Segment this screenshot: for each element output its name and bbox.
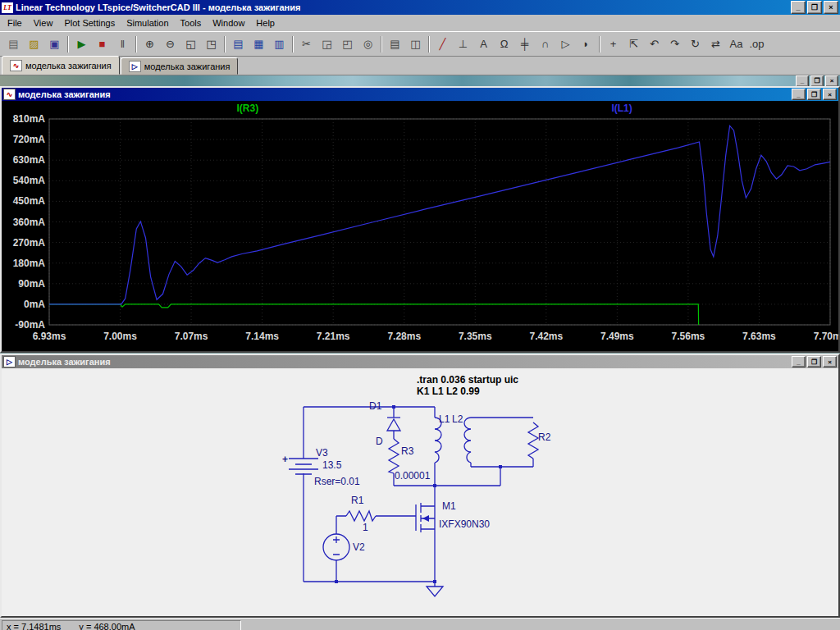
app-title: Linear Technology LTspice/SwitcherCAD II… (16, 2, 789, 12)
grid-icon[interactable]: ▦ (249, 34, 269, 54)
minimize-button[interactable]: _ (792, 356, 806, 368)
menu-tools[interactable]: Tools (175, 16, 208, 30)
battery-v3[interactable] (289, 459, 318, 474)
trace-ir3 (49, 304, 830, 351)
x-tick-label: 7.35ms (459, 331, 492, 342)
app-titlebar[interactable]: LT Linear Technology LTspice/SwitcherCAD… (0, 0, 840, 15)
zoom-out-icon[interactable]: ⊖ (160, 34, 180, 54)
cut-icon[interactable]: ✂ (296, 34, 317, 54)
maximize-button[interactable]: ❐ (810, 75, 824, 87)
app-window: LT Linear Technology LTspice/SwitcherCAD… (0, 0, 840, 630)
rotate-icon[interactable]: ↻ (685, 34, 705, 54)
toolbar-separator (381, 36, 382, 52)
mosfet-m1[interactable] (416, 503, 435, 532)
menu-file[interactable]: File (2, 16, 28, 30)
close-button[interactable]: × (823, 356, 837, 368)
schematic-canvas[interactable]: .tran 0.036 startup uicK1 L1 L2 0.99D1DR… (2, 368, 838, 616)
capacitor-icon[interactable]: ╪ (514, 34, 535, 54)
copy-icon[interactable]: ◲ (317, 34, 337, 54)
close-button[interactable]: × (824, 1, 838, 14)
x-tick-label: 7.14ms (245, 331, 279, 342)
schematic-label: 1 (363, 522, 368, 533)
minimize-button[interactable]: _ (792, 89, 806, 100)
toolbar-separator (599, 36, 600, 52)
maximize-button[interactable]: ❐ (807, 356, 821, 368)
zoom-in-icon[interactable]: ⊕ (139, 34, 160, 54)
diode-d1[interactable] (387, 418, 400, 431)
open-folder-icon[interactable]: ▨ (24, 34, 44, 54)
ground-icon[interactable]: ⊥ (453, 34, 473, 54)
new-schematic-icon[interactable]: ▤ (3, 34, 24, 54)
spice-directive-icon[interactable]: .op (746, 34, 767, 54)
inductor-l2[interactable] (464, 418, 471, 463)
schematic-drawing (289, 405, 538, 596)
save-icon[interactable]: ▣ (44, 34, 65, 54)
tab-2[interactable]: ▷моделька зажигания (121, 57, 239, 75)
waveform-plot[interactable]: 6.93ms7.00ms7.07ms7.14ms7.21ms7.28ms7.35… (2, 101, 838, 351)
y-tick-label: 720mA (13, 134, 46, 145)
app-caption-buttons: _❐× (789, 1, 838, 14)
y-tick-label: 360mA (13, 217, 46, 228)
plot-settings-icon[interactable]: ▤ (228, 34, 249, 54)
paste-icon[interactable]: ◰ (337, 34, 358, 54)
y-tick-label: 180mA (13, 258, 46, 269)
halt-icon[interactable]: ■ (92, 34, 112, 54)
redo-icon[interactable]: ↷ (664, 34, 685, 54)
move-icon[interactable]: + (603, 34, 623, 54)
tab-bar: ∿моделька зажигания▷моделька зажигания (0, 57, 840, 75)
x-tick-label: 7.28ms (387, 331, 421, 342)
inductor-icon[interactable]: ∩ (535, 34, 555, 54)
tab-label: моделька зажигания (144, 62, 231, 71)
find-icon[interactable]: ◎ (358, 34, 378, 54)
schematic-label: 0.00001 (395, 470, 431, 482)
maximize-button[interactable]: ❐ (807, 1, 822, 14)
drag-icon[interactable]: ⇱ (623, 34, 644, 54)
trace-label-ir3[interactable]: I(R3) (236, 103, 258, 114)
run-icon[interactable]: ▶ (71, 34, 92, 54)
diode-icon[interactable]: ▷ (555, 34, 576, 54)
schematic-window-titlebar[interactable]: ▷ моделька зажигания _❐× (2, 355, 838, 368)
mdi-caption-buttons: _❐× (794, 75, 838, 87)
minimize-button[interactable]: _ (796, 75, 809, 87)
resistor-icon[interactable]: Ω (494, 34, 514, 54)
schematic-label: 13.5 (322, 459, 342, 471)
source-v2[interactable] (323, 534, 349, 560)
schematic-canvas-area[interactable]: .tran 0.036 startup uicK1 L1 L2 0.99D1DR… (2, 368, 838, 616)
zoom-full-icon[interactable]: ◳ (201, 34, 221, 54)
close-button[interactable]: × (825, 75, 838, 87)
y-tick-label: 90mA (18, 278, 45, 290)
waveform-window-title: моделька зажигания (18, 89, 788, 99)
ground-symbol[interactable] (427, 587, 443, 596)
y-tick-label: 540mA (13, 175, 46, 186)
print-icon[interactable]: ▤ (385, 34, 405, 54)
waveform-plot-area[interactable]: 6.93ms7.00ms7.07ms7.14ms7.21ms7.28ms7.35… (2, 101, 838, 351)
trace-label-il1[interactable]: I(L1) (611, 103, 632, 114)
menu-help[interactable]: Help (250, 16, 281, 30)
mirror-icon[interactable]: ⇄ (705, 34, 726, 54)
undo-icon[interactable]: ↶ (644, 34, 664, 54)
zoom-area-icon[interactable]: ◱ (180, 34, 201, 54)
schematic-window-title: моделька зажигания (18, 357, 788, 367)
x-tick-label: 7.63ms (742, 331, 776, 342)
menu-view[interactable]: View (28, 16, 59, 30)
mdi-background-strip: _❐× (0, 75, 840, 86)
waveform-window-titlebar[interactable]: ∿ моделька зажигания _❐× (2, 88, 838, 101)
mark-points-icon[interactable]: ▥ (269, 34, 290, 54)
print-preview-icon[interactable]: ◫ (405, 34, 426, 54)
tab-1-active[interactable]: ∿моделька зажигания (2, 56, 120, 75)
close-button[interactable]: × (823, 89, 837, 100)
component-icon[interactable]: ◗ (576, 34, 596, 54)
text-icon[interactable]: Aa (726, 34, 746, 54)
menu-simulation[interactable]: Simulation (121, 16, 174, 30)
menu-window[interactable]: Window (207, 16, 250, 30)
resistor-r2[interactable] (528, 422, 538, 459)
pause-icon[interactable]: ‖ (112, 34, 133, 54)
y-tick-label: 0mA (24, 299, 45, 310)
menu-plot-settings[interactable]: Plot Settings (58, 16, 121, 30)
resistor-r3[interactable] (389, 439, 399, 473)
minimize-button[interactable]: _ (791, 1, 806, 14)
resistor-r1[interactable] (346, 511, 376, 521)
wire-icon[interactable]: ╱ (432, 34, 453, 54)
maximize-button[interactable]: ❐ (807, 89, 821, 100)
net-label-icon[interactable]: A (473, 34, 494, 54)
